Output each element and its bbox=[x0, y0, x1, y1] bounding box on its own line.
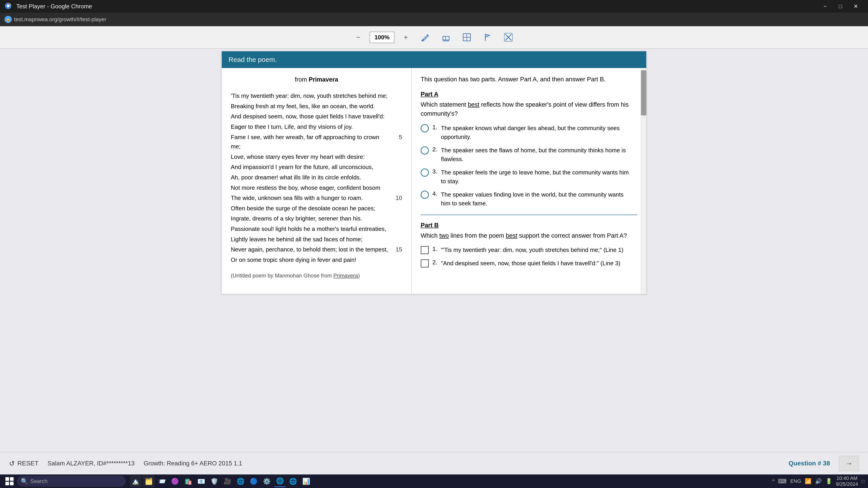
poem-line: Never again, perchance, to behold them; … bbox=[231, 245, 402, 254]
poem-line-text: Ah, poor dreamer! what ills life in its … bbox=[231, 173, 389, 182]
title-bar-text: Test Player - Google Chrome bbox=[16, 3, 92, 10]
zoom-in-button[interactable]: + bbox=[399, 31, 412, 44]
radio-a-2[interactable] bbox=[421, 147, 429, 155]
taskbar-outlook-icon[interactable]: 📧 bbox=[195, 475, 207, 487]
taskbar-lens-icon[interactable]: 🔵 bbox=[248, 475, 259, 487]
student-info: Salam ALZAYER, ID#*********13 bbox=[48, 460, 134, 467]
option-b-1-number: 1. bbox=[432, 246, 437, 253]
radio-a-1[interactable] bbox=[421, 124, 429, 132]
test-info: Growth: Reading 6+ AERO 2015 1.1 bbox=[144, 460, 242, 467]
taskbar-edge-icon[interactable]: 🌐 bbox=[235, 475, 246, 487]
wifi-icon[interactable]: 📶 bbox=[805, 478, 811, 484]
keyboard-icon[interactable]: ⌨ bbox=[778, 478, 786, 485]
poem-line-text: Never again, perchance, to behold them; … bbox=[231, 245, 389, 254]
taskbar-chrome-icon[interactable]: 🌐 bbox=[274, 475, 286, 487]
favicon: 🔒 bbox=[4, 16, 12, 23]
cross-tool-button[interactable] bbox=[500, 30, 517, 44]
part-b-options: 1. "'Tis my twentieth year: dim, now, yo… bbox=[421, 246, 637, 268]
tray-expand-icon[interactable]: ^ bbox=[772, 478, 774, 484]
taskbar-chrome2-icon[interactable]: 🌐 bbox=[287, 475, 299, 487]
option-a-4[interactable]: 4. The speaker values finding love in th… bbox=[421, 190, 637, 208]
minimize-button[interactable]: − bbox=[817, 0, 833, 13]
battery-icon[interactable]: 🔋 bbox=[826, 478, 832, 484]
option-b-1-text: "'Tis my twentieth year: dim, now, youth… bbox=[441, 246, 623, 254]
option-a-3-text: The speaker feels the urge to leave home… bbox=[441, 168, 630, 186]
clock: 10:40 AM 9/25/2024 bbox=[836, 475, 858, 487]
poem-line-text: Ingrate, dreams of a sky brighter, seren… bbox=[231, 214, 389, 223]
instruction-header: Read the poem. bbox=[222, 51, 646, 68]
taskbar-search-box[interactable]: 🔍 Search bbox=[17, 476, 126, 487]
poem-line: Ingrate, dreams of a sky brighter, seren… bbox=[231, 214, 402, 223]
start-button[interactable] bbox=[4, 475, 16, 487]
question-intro: This question has two parts. Answer Part… bbox=[421, 75, 637, 84]
option-a-2[interactable]: 2. The speaker sees the flaws of home, b… bbox=[421, 146, 637, 164]
poem-line: Often beside the surge of the desolate o… bbox=[231, 204, 402, 213]
part-a-label: Part A bbox=[421, 91, 637, 98]
poem-attribution: (Untitled poem by Manmohan Ghose from Pr… bbox=[231, 271, 402, 280]
poem-line-text: The wide, unknown sea fills with a hunge… bbox=[231, 193, 389, 203]
poem-line-number: 10 bbox=[389, 193, 402, 203]
option-a-1[interactable]: 1. The speaker knows what danger lies ah… bbox=[421, 124, 637, 141]
flag-tool-button[interactable] bbox=[479, 30, 496, 44]
taskbar-grid-icon[interactable]: ⚙️ bbox=[261, 475, 273, 487]
poem-line-text: Eager to thee I turn, Life, and thy visi… bbox=[231, 122, 389, 132]
poem-line: And despised seem, now, those quiet fiel… bbox=[231, 112, 402, 121]
instruction-text: Read the poem. bbox=[228, 56, 277, 63]
taskbar-store-icon[interactable]: 🛍️ bbox=[182, 475, 194, 487]
option-a-3[interactable]: 3. The speaker feels the urge to leave h… bbox=[421, 168, 637, 186]
option-b-1[interactable]: 1. "'Tis my twentieth year: dim, now, yo… bbox=[421, 246, 637, 254]
pen-tool-button[interactable] bbox=[417, 30, 433, 44]
poem-line-text: Fame I see, with her wreath, far off app… bbox=[231, 133, 389, 151]
poem-line: Lightly leaves he behind all the sad fac… bbox=[231, 235, 402, 244]
zoom-out-button[interactable]: − bbox=[351, 31, 365, 44]
option-a-4-text: The speaker values finding love in the w… bbox=[441, 190, 630, 208]
part-divider bbox=[421, 215, 637, 215]
taskbar-zoom-icon[interactable]: 🎥 bbox=[221, 475, 233, 487]
poem-title: Primavera bbox=[309, 76, 338, 83]
poem-line-text: Often beside the surge of the desolate o… bbox=[231, 204, 389, 213]
maximize-button[interactable]: □ bbox=[833, 0, 848, 13]
checkbox-b-2[interactable] bbox=[421, 259, 429, 267]
windows-logo-icon bbox=[5, 477, 13, 485]
reset-button[interactable]: ↺ RESET bbox=[9, 459, 38, 467]
taskbar-explorer-icon[interactable]: 🏔️ bbox=[130, 475, 142, 487]
poem-line: And impassion'd I yearn for the future, … bbox=[231, 162, 402, 172]
poem-line: Love, whose starry eyes fever my heart w… bbox=[231, 152, 402, 162]
poem-source: from Primavera bbox=[231, 75, 402, 85]
poem-lines: 'Tis my twentieth year: dim, now, youth … bbox=[231, 91, 402, 265]
zoom-display: 100% bbox=[370, 32, 395, 43]
poem-attribution-title: Primavera bbox=[333, 272, 358, 279]
poem-from-text: from bbox=[295, 76, 309, 83]
taskbar-pinned-icons: 🏔️ 🗂️ 📨 🟣 🛍️ 📧 🛡️ 🎥 🌐 🔵 ⚙️ 🌐 🌐 📊 bbox=[130, 475, 312, 487]
radio-a-3[interactable] bbox=[421, 168, 429, 177]
option-b-2-text: "And despised seem, now, those quiet fie… bbox=[441, 259, 620, 268]
close-button[interactable]: ✕ bbox=[848, 0, 864, 13]
taskbar-tray: ^ ⌨ ENG 📶 🔊 🔋 10:40 AM 9/25/2024 □ bbox=[772, 475, 864, 487]
taskbar-teams-icon[interactable]: 🟣 bbox=[169, 475, 181, 487]
radio-a-4[interactable] bbox=[421, 191, 429, 199]
option-b-2-number: 2. bbox=[432, 259, 437, 266]
poem-line-text: 'Tis my twentieth year: dim, now, youth … bbox=[231, 91, 389, 101]
reset-label: RESET bbox=[18, 460, 38, 467]
notification-icon[interactable]: □ bbox=[862, 479, 864, 484]
volume-icon[interactable]: 🔊 bbox=[815, 478, 822, 484]
poem-line-text: And despised seem, now, those quiet fiel… bbox=[231, 112, 389, 121]
option-a-1-text: The speaker knows what danger lies ahead… bbox=[441, 124, 630, 141]
taskbar-files-icon[interactable]: 🗂️ bbox=[143, 475, 155, 487]
option-b-2[interactable]: 2. "And despised seem, now, those quiet … bbox=[421, 259, 637, 268]
poem-line-text: Love, whose starry eyes fever my heart w… bbox=[231, 152, 389, 162]
box-tool-button[interactable] bbox=[459, 30, 475, 44]
scroll-thumb[interactable] bbox=[641, 70, 646, 116]
taskbar-email-icon[interactable]: 📨 bbox=[156, 475, 168, 487]
address-bar: 🔒 test.mapnwea.org/growth/#/test-player bbox=[0, 13, 868, 26]
url-text[interactable]: test.mapnwea.org/growth/#/test-player bbox=[14, 16, 106, 23]
poem-line-text: Lightly leaves he behind all the sad fac… bbox=[231, 235, 389, 244]
eraser-tool-button[interactable] bbox=[438, 30, 454, 44]
taskbar-ppt-icon[interactable]: 📊 bbox=[300, 475, 312, 487]
svg-rect-3 bbox=[443, 36, 449, 40]
next-button[interactable]: → bbox=[839, 456, 859, 471]
scroll-bar[interactable] bbox=[641, 68, 646, 294]
poem-line-text: And impassion'd I yearn for the future, … bbox=[231, 162, 389, 172]
taskbar-defender-icon[interactable]: 🛡️ bbox=[209, 475, 220, 487]
checkbox-b-1[interactable] bbox=[421, 246, 429, 254]
